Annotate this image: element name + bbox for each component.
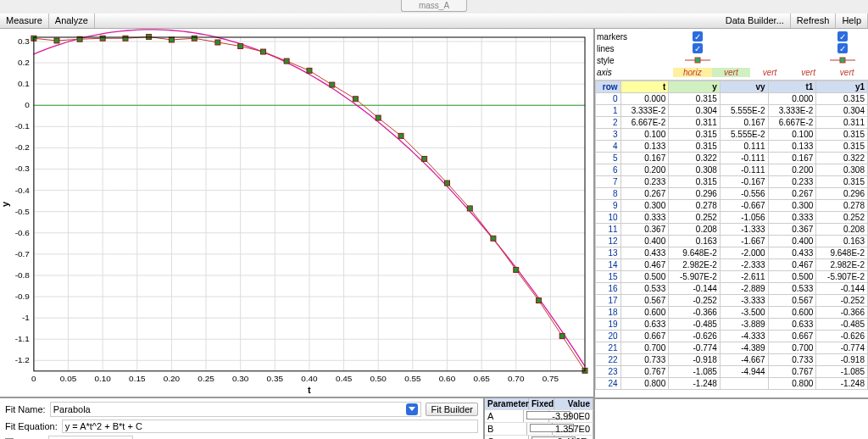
svg-rect-82 (376, 115, 381, 120)
chart[interactable]: 00.050.100.150.200.250.300.350.400.450.5… (0, 29, 593, 397)
axis-vert-2[interactable]: vert (750, 68, 789, 77)
data-table[interactable]: row t y vy t1 y1 00.0000.3150.0000.31513… (595, 81, 868, 397)
svg-text:0: 0 (31, 374, 36, 383)
svg-rect-79 (307, 68, 312, 73)
svg-rect-70 (100, 36, 105, 41)
table-row[interactable]: 50.1670.322-0.1110.1670.322 (596, 153, 868, 164)
table-row[interactable]: 120.4000.163-1.6670.4000.163 (596, 236, 868, 247)
col-t[interactable]: t (620, 81, 669, 93)
table-row[interactable]: 30.1000.3155.555E-20.1000.315 (596, 129, 868, 141)
plot-area[interactable]: 00.050.100.150.200.250.300.350.400.450.5… (0, 29, 593, 397)
svg-text:-1.2: -1.2 (15, 355, 31, 364)
svg-rect-94 (695, 58, 700, 63)
svg-text:t: t (308, 385, 311, 395)
col-vy[interactable]: vy (720, 81, 768, 93)
param-fixed-checkbox[interactable] (527, 423, 553, 435)
col-y[interactable]: y (669, 81, 721, 93)
axis-horiz[interactable]: horiz (673, 68, 712, 77)
axis-vert-1[interactable]: vert (712, 68, 751, 77)
param-value[interactable]: -3.990E0 (549, 410, 593, 422)
svg-text:0.10: 0.10 (94, 374, 111, 383)
style-swatch-1[interactable] (673, 56, 721, 64)
table-row[interactable]: 220.733-0.918-4.6670.733-0.918 (596, 354, 868, 366)
menu-refresh[interactable]: Refresh (791, 14, 837, 28)
table-row[interactable]: 150.500-5.907E-2-2.6110.500-5.907E-2 (596, 271, 868, 283)
table-row[interactable]: 40.1330.3150.1110.1330.315 (596, 141, 868, 153)
style-swatch-2[interactable] (818, 56, 866, 64)
table-row[interactable]: 200.667-0.626-4.3330.667-0.626 (596, 331, 868, 342)
col-y1[interactable]: y1 (816, 81, 868, 93)
window-title: mass_A (401, 0, 467, 12)
svg-rect-88 (514, 267, 519, 272)
table-row[interactable]: 13.333E-20.3045.555E-23.333E-20.304 (596, 105, 868, 117)
right-column: markers ✓ ✓ lines ✓ ✓ style (595, 29, 868, 439)
menubar: Measure Analyze Data Builder... Refresh … (0, 14, 868, 29)
table-row[interactable]: 90.3000.278-0.6670.3000.278 (596, 200, 868, 212)
series-header: markers ✓ ✓ lines ✓ ✓ style (595, 29, 868, 81)
svg-text:0.25: 0.25 (198, 374, 214, 383)
table-row[interactable]: 26.667E-20.3110.1676.667E-20.311 (596, 117, 868, 129)
svg-text:-0.6: -0.6 (15, 228, 31, 237)
menu-help[interactable]: Help (836, 14, 868, 28)
lines-label: lines (597, 44, 673, 53)
svg-rect-72 (147, 34, 152, 39)
menu-data-builder[interactable]: Data Builder... (720, 14, 791, 28)
col-row[interactable]: row (596, 81, 621, 93)
menu-measure[interactable]: Measure (0, 14, 49, 28)
fit-equation-input[interactable] (62, 420, 478, 433)
param-hdr-parameter: Parameter (485, 398, 529, 409)
param-fixed-checkbox[interactable] (529, 436, 554, 439)
svg-rect-80 (330, 82, 335, 87)
style-label: style (597, 56, 673, 65)
fit-builder-button[interactable]: Fit Builder (426, 403, 478, 416)
svg-text:0.50: 0.50 (370, 374, 387, 383)
table-row[interactable]: 230.767-1.085-4.9440.767-1.085 (596, 366, 868, 378)
param-row: C2.410E-1 (485, 435, 593, 439)
svg-text:0.60: 0.60 (439, 374, 456, 383)
param-fixed-checkbox[interactable] (524, 410, 549, 422)
svg-text:0.05: 0.05 (60, 374, 77, 383)
table-row[interactable]: 110.3670.208-1.3330.3670.208 (596, 224, 868, 236)
table-row[interactable]: 100.3330.252-1.0560.3330.252 (596, 212, 868, 224)
param-row: A-3.990E0 (485, 409, 593, 422)
table-row[interactable]: 180.600-0.366-3.5000.600-0.366 (596, 307, 868, 319)
lines-checkbox-2[interactable]: ✓ (837, 43, 848, 53)
col-t1[interactable]: t1 (768, 81, 816, 93)
markers-checkbox-2[interactable]: ✓ (837, 31, 848, 42)
svg-text:-0.7: -0.7 (15, 249, 31, 258)
svg-text:-0.2: -0.2 (15, 142, 31, 152)
table-row[interactable]: 70.2330.315-0.1670.2330.315 (596, 176, 868, 188)
table-row[interactable]: 160.533-0.144-2.8890.533-0.144 (596, 283, 868, 295)
table-row[interactable]: 170.567-0.252-3.3330.567-0.252 (596, 295, 868, 307)
table-row[interactable]: 240.800-1.2480.800-1.248 (596, 378, 868, 390)
right-bottom-panel (595, 397, 868, 439)
lines-checkbox-1[interactable]: ✓ (693, 43, 703, 53)
table-row[interactable]: 80.2670.296-0.5560.2670.296 (596, 188, 868, 200)
left-column: 00.050.100.150.200.250.300.350.400.450.5… (0, 29, 595, 439)
fit-equation-label: Fit Equation: (5, 421, 58, 431)
axis-vert-4[interactable]: vert (827, 68, 866, 77)
axis-vert-3[interactable]: vert (789, 68, 828, 77)
chevron-down-icon[interactable] (406, 403, 418, 415)
svg-text:0.55: 0.55 (404, 374, 421, 383)
svg-rect-81 (353, 97, 358, 102)
svg-text:-1: -1 (22, 313, 30, 322)
svg-text:0: 0 (25, 100, 30, 109)
svg-text:0.20: 0.20 (164, 374, 181, 383)
markers-checkbox-1[interactable]: ✓ (693, 31, 703, 42)
table-row[interactable]: 190.633-0.485-3.8890.633-0.485 (596, 319, 868, 331)
svg-rect-73 (169, 37, 174, 42)
table-row[interactable]: 210.700-0.774-4.3890.700-0.774 (596, 342, 868, 354)
svg-text:0.75: 0.75 (542, 374, 559, 383)
table-row[interactable]: 130.4339.648E-2-2.0000.4339.648E-2 (596, 247, 868, 259)
param-value[interactable]: 2.410E-1 (554, 436, 593, 439)
table-row[interactable]: 00.0000.3150.0000.315 (596, 93, 868, 105)
param-hdr-value: Value (554, 398, 593, 409)
menu-analyze[interactable]: Analyze (49, 14, 95, 28)
fit-name-value: Parabola (53, 404, 91, 414)
table-row[interactable]: 140.4672.982E-2-2.3330.4672.982E-2 (596, 259, 868, 271)
param-value[interactable]: 1.357E0 (553, 423, 593, 435)
fit-name-select[interactable]: Parabola (50, 402, 422, 417)
axis-label: axis (597, 68, 673, 77)
table-row[interactable]: 60.2000.308-0.1110.2000.308 (596, 164, 868, 176)
